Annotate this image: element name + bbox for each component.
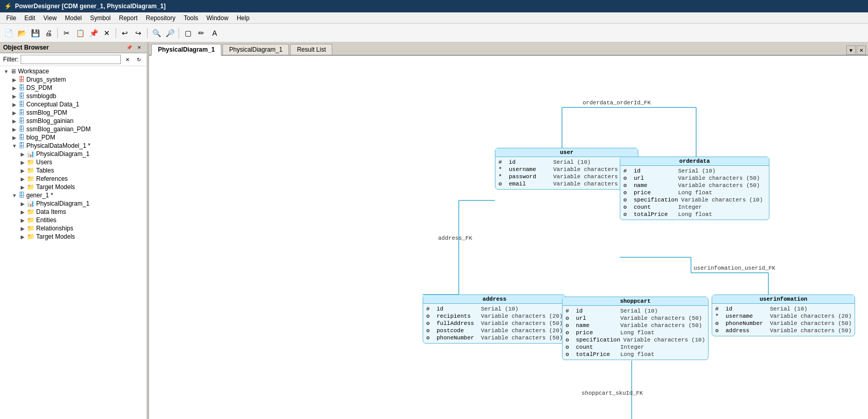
menu-window[interactable]: Window xyxy=(202,13,233,23)
tree-expander: ▶ xyxy=(19,209,27,215)
entity-shoppcart-title: shoppcart xyxy=(562,297,708,306)
main-area: Object Browser 📌 ✕ Filter: ✕ ↻ ▼🖥Workspa… xyxy=(0,42,868,419)
table-row: # id Serial (10) xyxy=(623,167,766,175)
entity-user[interactable]: user # id Serial (10) * username Variabl… xyxy=(495,148,638,190)
menu-help[interactable]: Help xyxy=(233,13,254,23)
tree-item-ssmblog_pdm[interactable]: ▶🗄ssmBlog_PDM xyxy=(0,108,147,117)
menu-model[interactable]: Model xyxy=(61,13,86,23)
svg-connector-lines: orderdata_orderId_FK address_FK userinfo… xyxy=(149,56,868,419)
tree-label: gener_1 * xyxy=(26,192,53,199)
paste-button[interactable]: 📌 xyxy=(87,27,100,39)
entity-userinfomation-title: userinfomation xyxy=(712,295,855,304)
print-button[interactable]: 🖨 xyxy=(42,27,55,39)
svg-text:userinfomation_userid_FK: userinfomation_userid_FK xyxy=(694,265,776,271)
tree-icon-workspace: 🖥 xyxy=(10,68,17,75)
tree-item-users_folder[interactable]: ▶📁Users xyxy=(0,158,147,166)
tab-resultlist[interactable]: Result List xyxy=(290,44,332,55)
tab-physdiag1[interactable]: PhysicalDiagram_1 xyxy=(151,44,221,56)
tree-expander: ▶ xyxy=(19,226,27,231)
tree-item-physical_diagram_1a[interactable]: ▶📊PhysicalDiagram_1 xyxy=(0,150,147,158)
toolbar-sep-3 xyxy=(147,28,148,38)
filter-clear-button[interactable]: ✕ xyxy=(123,55,132,64)
diagram-canvas[interactable]: orderdata_orderId_FK address_FK userinfo… xyxy=(149,56,868,419)
table-row: o totalPrice Long float xyxy=(566,351,705,358)
open-button[interactable]: 📂 xyxy=(15,27,28,39)
tree-item-entities_folder[interactable]: ▶📁Entities xyxy=(0,216,147,224)
titlebar: ⚡ PowerDesigner [CDM gener_1, PhysicalDi… xyxy=(0,0,868,12)
menu-view[interactable]: View xyxy=(39,13,61,23)
menu-repository[interactable]: Repository xyxy=(142,13,180,23)
tree-icon-folder: 📁 xyxy=(27,225,35,232)
undo-button[interactable]: ↩ xyxy=(119,27,131,39)
table-row: o price Long float xyxy=(623,189,766,196)
tree-item-drugs_system[interactable]: ▶🗄Drugs_system xyxy=(0,75,147,84)
zoom-in-button[interactable]: 🔍 xyxy=(150,27,163,39)
entity-orderdata-title: orderdata xyxy=(620,157,769,166)
tree-label: Drugs_system xyxy=(26,76,66,83)
tree-item-physical_data_model_1[interactable]: ▼🗄PhysicalDataModel_1 * xyxy=(0,142,147,150)
copy-button[interactable]: 📋 xyxy=(74,27,86,39)
entity-shoppcart[interactable]: shoppcart # id Serial (10) o url Variabl… xyxy=(562,297,709,360)
tree-item-relationships_folder[interactable]: ▶📁Relationships xyxy=(0,224,147,232)
ob-title: Object Browser xyxy=(3,44,49,51)
tree-expander: ▶ xyxy=(10,94,19,99)
filter-refresh-button[interactable]: ↻ xyxy=(134,55,143,64)
tree-expander: ▶ xyxy=(10,102,19,107)
text-button[interactable]: A xyxy=(208,27,221,39)
table-row: * username Variable characters (20) xyxy=(715,313,851,320)
ob-close-button[interactable]: ✕ xyxy=(135,43,143,52)
menu-edit[interactable]: Edit xyxy=(20,13,39,23)
menu-symbol[interactable]: Symbol xyxy=(86,13,115,23)
table-row: o specification Variable characters (10) xyxy=(566,336,705,344)
table-row: # id Serial (10) xyxy=(426,305,562,313)
entity-userinfomation[interactable]: userinfomation # id Serial (10) * userna… xyxy=(712,294,855,336)
toolbar-sep-1 xyxy=(57,28,58,38)
tree-item-blog_pdm[interactable]: ▶🗄blog_PDM xyxy=(0,133,147,142)
entity-shoppcart-body: # id Serial (10) o url Variable characte… xyxy=(562,306,708,360)
tree-item-conceptual_data_1[interactable]: ▶🗄Conceptual Data_1 xyxy=(0,100,147,108)
tree-item-ssmblogdb[interactable]: ▶🗄ssmblogdb xyxy=(0,92,147,100)
save-button[interactable]: 💾 xyxy=(29,27,41,39)
zoom-out-button[interactable]: 🔎 xyxy=(164,27,176,39)
menu-report[interactable]: Report xyxy=(115,13,142,23)
tree-expander: ▶ xyxy=(10,118,19,124)
pencil-button[interactable]: ✏ xyxy=(195,27,207,39)
tab-menu-button[interactable]: ▼ xyxy=(846,45,856,55)
tab-physdiag1b[interactable]: PhysicalDiagram_1 xyxy=(222,44,289,55)
tree-item-gener_1[interactable]: ▼🗄gener_1 * xyxy=(0,191,147,199)
tree-label: Target Models xyxy=(36,233,75,240)
cut-button[interactable]: ✂ xyxy=(60,27,73,39)
table-row: o phoneNumber Variable characters (50) xyxy=(715,320,851,327)
tree-icon-db-blue: 🗄 xyxy=(19,117,25,125)
tree-item-tables_folder[interactable]: ▶📁Tables xyxy=(0,166,147,175)
tree-item-ds_pdm[interactable]: ▶🗄DS_PDM xyxy=(0,84,147,92)
delete-button[interactable]: ✕ xyxy=(101,27,113,39)
tree-item-data_items_folder[interactable]: ▶📁Data Items xyxy=(0,208,147,216)
menu-file[interactable]: File xyxy=(2,13,20,23)
tree-item-ssmblog_gainian_pdm[interactable]: ▶🗄ssmBlog_gainian_PDM xyxy=(0,125,147,133)
tree-item-target_models_folder2[interactable]: ▶📁Target Models xyxy=(0,232,147,241)
table-row: o name Variable characters (50) xyxy=(566,322,705,329)
tree-expander: ▶ xyxy=(19,151,27,157)
tree-item-references_folder[interactable]: ▶📁References xyxy=(0,175,147,183)
entity-user-body: # id Serial (10) * username Variable cha… xyxy=(495,157,638,189)
tree-item-target_models_folder[interactable]: ▶📁Target Models xyxy=(0,183,147,191)
menubar: File Edit View Model Symbol Report Repos… xyxy=(0,12,868,24)
entity-address[interactable]: address # id Serial (10) o recipients Va… xyxy=(423,294,566,344)
tree-expander: ▶ xyxy=(19,218,27,223)
tab-close-button[interactable]: ✕ xyxy=(857,45,866,55)
tree-item-ssmblog_gainian[interactable]: ▶🗄ssmBlog_gainian xyxy=(0,117,147,125)
tree-label: Data Items xyxy=(36,208,66,215)
entity-orderdata[interactable]: orderdata # id Serial (10) o url Variabl… xyxy=(620,157,769,220)
ob-pin-button[interactable]: 📌 xyxy=(125,43,133,52)
tree-item-physical_diagram_1b[interactable]: ▶📊PhysicalDiagram_1 xyxy=(0,199,147,208)
menu-tools[interactable]: Tools xyxy=(180,13,202,23)
new-button[interactable]: 📄 xyxy=(2,27,14,39)
tree-label: Users xyxy=(36,159,52,166)
tree-icon-db-blue: 🗄 xyxy=(19,134,25,141)
redo-button[interactable]: ↪ xyxy=(132,27,144,39)
select-button[interactable]: ▢ xyxy=(182,27,194,39)
filter-input[interactable] xyxy=(21,55,121,64)
tree-item-workspace[interactable]: ▼🖥Workspace xyxy=(0,67,147,75)
toolbar-sep-4 xyxy=(179,28,179,38)
